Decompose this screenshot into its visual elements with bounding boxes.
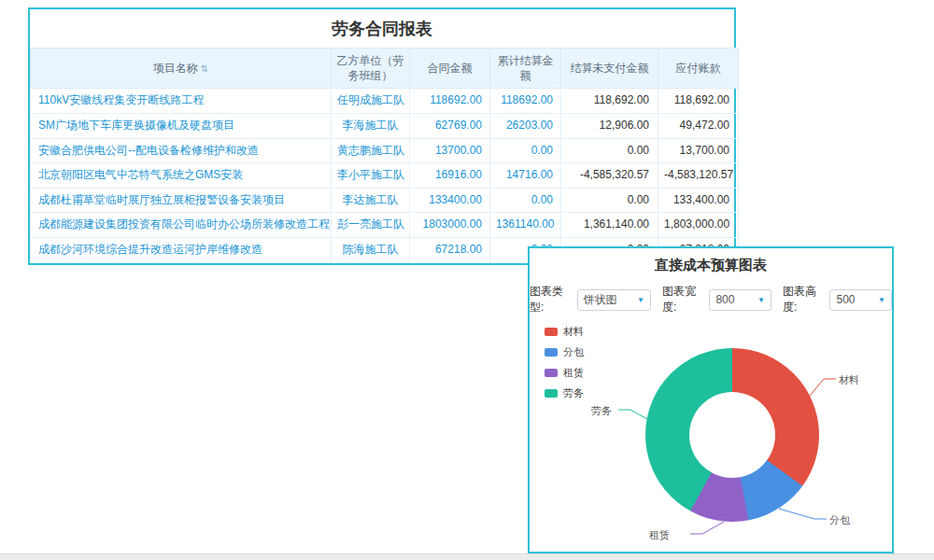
chart-area: 材料分包租赁劳务 材料 分包 租赁 劳务 (530, 321, 892, 556)
contract-amount-cell: 16916.00 (410, 163, 490, 189)
unpaid-amount-cell: 0.00 (561, 138, 658, 163)
chart-type-control: 图表类型: 饼状图 ▼ (530, 284, 651, 315)
payable-amount-cell: -4,583,120.57 (658, 163, 739, 189)
unpaid-amount-cell: -4,585,320.57 (561, 163, 658, 189)
pie-callout-label: 材料 (839, 373, 859, 387)
legend-label: 材料 (563, 325, 584, 339)
settled-amount-cell: 14716.00 (490, 163, 561, 189)
col-header-team: 乙方单位（劳务班组） (332, 49, 410, 89)
col-header-project-label: 项目名称 (153, 62, 198, 75)
table-header-row: 项目名称⇅ 乙方单位（劳务班组） 合同金额 累计结算金额 结算未支付金额 应付账… (31, 49, 739, 89)
team-cell: 彭一亮施工队 (332, 213, 410, 238)
chevron-down-icon: ▼ (757, 296, 765, 304)
project-name-cell[interactable]: 北京朝阳区电气中芯特气系统之GMS安装 (31, 163, 332, 189)
project-name-cell[interactable]: 安徽合肥供电公司--配电设备检修维护和改造 (31, 138, 332, 163)
chart-width-control: 图表宽度: 800 ▼ (662, 284, 771, 315)
legend-label: 劳务 (563, 386, 584, 400)
window-bottom-edge (0, 553, 934, 560)
report-title: 劳务合同报表 (30, 9, 734, 48)
payable-amount-cell: 13,700.00 (658, 138, 739, 163)
team-cell: 李海施工队 (332, 113, 410, 138)
team-cell: 李达施工队 (332, 188, 410, 213)
legend-swatch (545, 328, 558, 336)
chart-title: 直接成本预算图表 (530, 248, 892, 281)
chevron-down-icon: ▼ (637, 296, 644, 304)
table-row[interactable]: 成都杜甫草堂临时展厅独立展柜报警设备安装项目李达施工队133400.000.00… (31, 188, 739, 213)
chart-controls: 图表类型: 饼状图 ▼ 图表宽度: 800 ▼ 图表高度: 500 ▼ (530, 281, 892, 321)
col-header-payable: 应付账款 (658, 49, 739, 89)
legend-swatch (545, 369, 558, 377)
chart-height-value: 500 (836, 293, 855, 306)
team-cell: 黄志鹏施工队 (332, 138, 410, 163)
cost-budget-chart-panel: 直接成本预算图表 图表类型: 饼状图 ▼ 图表宽度: 800 ▼ 图表高度: 5 (528, 246, 894, 553)
chart-height-control: 图表高度: 500 ▼ (783, 284, 892, 315)
team-cell: 李小平施工队 (332, 163, 410, 189)
project-name-cell[interactable]: SM广场地下车库更换摄像机及硬盘项目 (31, 113, 332, 138)
payable-amount-cell: 49,472.00 (658, 113, 739, 138)
col-header-settled-amount: 累计结算金额 (490, 49, 561, 89)
col-header-unpaid-amount: 结算未支付金额 (561, 49, 658, 89)
unpaid-amount-cell: 12,906.00 (561, 113, 658, 138)
labor-contract-report-panel: 劳务合同报表 项目名称⇅ 乙方单位（劳务班组） 合同金额 累计结算金额 结算未支… (28, 7, 736, 265)
chevron-down-icon: ▼ (878, 296, 885, 304)
pie-callout-label: 分包 (829, 513, 850, 527)
table-row[interactable]: SM广场地下车库更换摄像机及硬盘项目李海施工队62769.0026203.001… (31, 113, 739, 138)
chart-type-select[interactable]: 饼状图 ▼ (577, 289, 651, 311)
contract-amount-cell: 13700.00 (410, 138, 490, 163)
contract-amount-cell: 67218.00 (410, 237, 490, 262)
chart-legend: 材料分包租赁劳务 (545, 325, 584, 407)
chart-height-select[interactable]: 500 ▼ (829, 289, 892, 311)
table-row[interactable]: 安徽合肥供电公司--配电设备检修维护和改造黄志鹏施工队13700.000.000… (31, 138, 739, 163)
contract-amount-cell: 62769.00 (410, 113, 490, 138)
report-table: 项目名称⇅ 乙方单位（劳务班组） 合同金额 累计结算金额 结算未支付金额 应付账… (30, 48, 739, 263)
contract-amount-cell: 133400.00 (410, 188, 490, 213)
legend-label: 分包 (563, 345, 584, 359)
legend-item[interactable]: 分包 (545, 345, 584, 359)
report-table-body: 110kV安徽线程集变开断线路工程任明成施工队118692.00118692.0… (31, 89, 739, 262)
chart-type-value: 饼状图 (584, 292, 617, 308)
legend-item[interactable]: 劳务 (545, 386, 584, 400)
pie-callout-label: 租赁 (649, 528, 670, 542)
unpaid-amount-cell: 0.00 (561, 188, 658, 213)
settled-amount-cell: 0.00 (490, 138, 561, 163)
project-name-cell[interactable]: 成都杜甫草堂临时展厅独立展柜报警设备安装项目 (31, 188, 332, 213)
settled-amount-cell: 118692.00 (490, 89, 561, 114)
chart-width-value: 800 (715, 293, 734, 306)
unpaid-amount-cell: 118,692.00 (561, 89, 658, 114)
settled-amount-cell: 1361140.00 (490, 213, 561, 238)
chart-width-label: 图表宽度: (662, 284, 706, 315)
project-name-cell[interactable]: 成都沙河环境综合提升改造运河护岸维修改造 (31, 237, 332, 262)
table-row[interactable]: 北京朝阳区电气中芯特气系统之GMS安装李小平施工队16916.0014716.0… (31, 163, 739, 189)
chart-width-select[interactable]: 800 ▼ (709, 289, 771, 311)
legend-swatch (545, 389, 558, 398)
contract-amount-cell: 118692.00 (410, 89, 490, 114)
legend-label: 租赁 (563, 366, 584, 380)
legend-item[interactable]: 租赁 (545, 366, 584, 380)
team-cell: 任明成施工队 (332, 89, 410, 114)
legend-item[interactable]: 材料 (545, 325, 584, 339)
payable-amount-cell: 118,692.00 (658, 89, 739, 114)
unpaid-amount-cell: 1,361,140.00 (561, 213, 658, 238)
project-name-cell[interactable]: 成都能源建设集团投资有限公司临时办公场所装修改造工程EPC (31, 213, 332, 238)
table-row[interactable]: 110kV安徽线程集变开断线路工程任明成施工队118692.00118692.0… (31, 89, 739, 114)
legend-swatch (545, 348, 558, 357)
settled-amount-cell: 26203.00 (490, 113, 561, 138)
chart-height-label: 图表高度: (783, 284, 827, 315)
payable-amount-cell: 1,803,000.00 (658, 213, 739, 238)
team-cell: 陈海施工队 (332, 237, 410, 262)
pie-callout-label: 劳务 (591, 404, 612, 418)
project-name-cell[interactable]: 110kV安徽线程集变开断线路工程 (31, 89, 332, 114)
settled-amount-cell: 0.00 (490, 188, 561, 213)
chart-type-label: 图表类型: (530, 284, 573, 315)
payable-amount-cell: 133,400.00 (658, 188, 739, 213)
contract-amount-cell: 1803000.00 (410, 213, 490, 238)
donut-hole (689, 392, 775, 478)
sort-icon[interactable]: ⇅ (201, 63, 208, 74)
table-row[interactable]: 成都能源建设集团投资有限公司临时办公场所装修改造工程EPC彭一亮施工队18030… (31, 213, 739, 238)
col-header-project-name[interactable]: 项目名称⇅ (31, 49, 332, 89)
col-header-contract-amount: 合同金额 (410, 49, 490, 89)
